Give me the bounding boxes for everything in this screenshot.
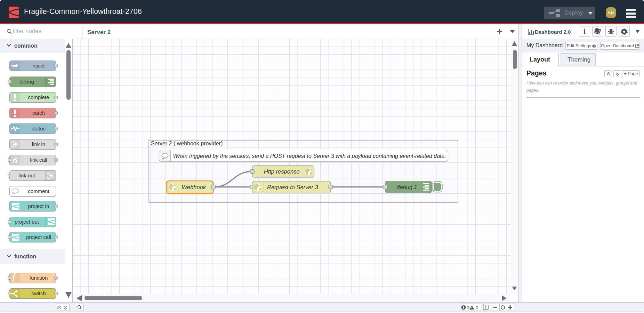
svg-text:debug 1: debug 1 — [396, 184, 417, 190]
svg-text:When triggered by the sensors,: When triggered by the sensors, send a PO… — [173, 153, 446, 159]
svg-text:Server 2 ( webhook provider): Server 2 ( webhook provider) — [151, 141, 223, 146]
svg-text:Http response: Http response — [264, 168, 300, 175]
svg-text:0: 0 — [467, 305, 469, 310]
svg-text:0: 0 — [476, 305, 478, 310]
svg-text:Request to Server 3: Request to Server 3 — [267, 184, 319, 190]
svg-text:Webhook: Webhook — [182, 184, 206, 190]
